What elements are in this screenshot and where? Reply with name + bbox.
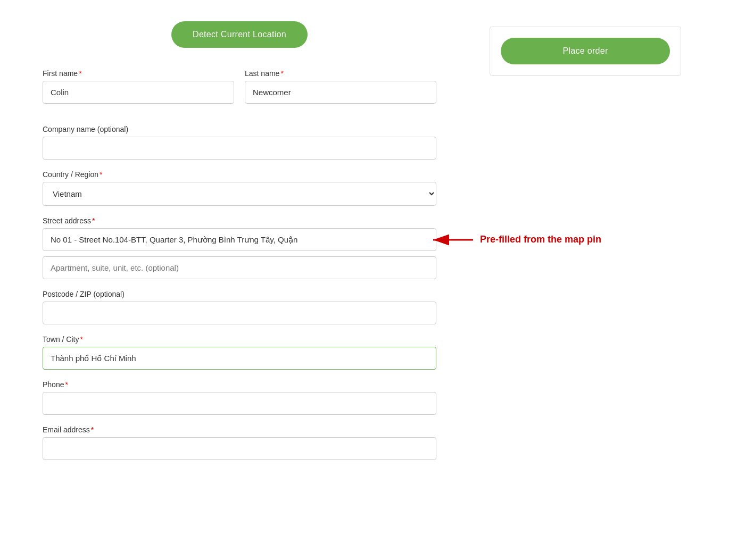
postcode-input[interactable] xyxy=(43,302,436,324)
company-name-input[interactable] xyxy=(43,137,436,160)
annotation-container: Pre-filled from the map pin xyxy=(423,224,601,256)
company-name-label: Company name (optional) xyxy=(43,125,436,133)
postcode-label: Postcode / ZIP (optional) xyxy=(43,290,436,298)
country-region-label: Country / Region* xyxy=(43,170,436,179)
phone-label: Phone* xyxy=(43,380,436,389)
town-city-input[interactable] xyxy=(43,347,436,370)
phone-required-star: * xyxy=(65,380,68,389)
country-required-star: * xyxy=(100,170,102,179)
place-order-card: Place order xyxy=(490,27,681,76)
last-name-label: Last name* xyxy=(245,69,436,78)
annotation-text: Pre-filled from the map pin xyxy=(480,234,601,245)
last-name-required-star: * xyxy=(280,69,283,78)
street-address-label: Street address* xyxy=(43,216,436,225)
arrow-icon xyxy=(423,224,476,256)
email-address-input[interactable] xyxy=(43,437,436,460)
first-name-input[interactable] xyxy=(43,81,234,104)
town-city-label: Town / City* xyxy=(43,335,436,344)
email-required-star: * xyxy=(91,425,94,434)
first-name-label: First name* xyxy=(43,69,234,78)
street-address-input[interactable] xyxy=(43,228,436,251)
street-required-star: * xyxy=(92,216,95,225)
email-address-label: Email address* xyxy=(43,425,436,434)
detect-location-button[interactable]: Detect Current Location xyxy=(171,21,308,48)
last-name-input[interactable] xyxy=(245,81,436,104)
place-order-button[interactable]: Place order xyxy=(501,38,670,64)
town-required-star: * xyxy=(80,335,82,344)
country-region-select[interactable]: Vietnam United States United Kingdom Aus… xyxy=(43,182,436,206)
street-address-2-input[interactable] xyxy=(43,256,436,279)
first-name-required-star: * xyxy=(79,69,81,78)
phone-input[interactable] xyxy=(43,392,436,415)
